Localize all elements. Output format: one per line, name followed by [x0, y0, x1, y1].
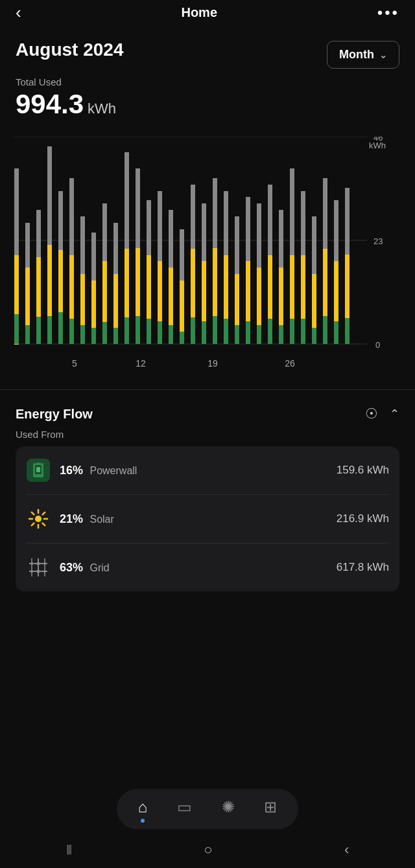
svg-text:5: 5: [72, 358, 77, 369]
solar-percentage: 21%: [60, 512, 83, 525]
powerwall-percentage: 16%: [60, 464, 83, 477]
svg-rect-76: [257, 325, 261, 344]
more-button[interactable]: •••: [377, 4, 399, 22]
svg-line-114: [32, 512, 34, 515]
svg-point-124: [37, 570, 40, 573]
svg-line-117: [32, 523, 34, 526]
nav-active-dot: [141, 819, 145, 823]
svg-rect-64: [213, 316, 217, 344]
svg-point-123: [37, 562, 40, 565]
svg-rect-58: [191, 317, 195, 344]
svg-point-109: [35, 516, 42, 522]
svg-rect-79: [268, 319, 272, 344]
svg-point-128: [43, 570, 46, 573]
svg-rect-52: [169, 325, 173, 344]
system-back-icon[interactable]: ‹: [344, 841, 349, 858]
solar-nav-icon: ✺: [222, 798, 235, 816]
powerwall-kwh: 159.6 kWh: [337, 464, 389, 477]
svg-rect-82: [279, 325, 283, 344]
page-title: Home: [181, 5, 217, 20]
eye-icon[interactable]: ☉: [365, 405, 378, 422]
svg-rect-31: [91, 328, 96, 344]
svg-rect-107: [36, 467, 40, 472]
svg-rect-25: [69, 319, 74, 344]
powerwall-row: 16% Powerwall 159.6 kWh: [26, 446, 389, 495]
grid-nav-icon: ⊞: [264, 798, 277, 816]
svg-rect-97: [334, 321, 338, 344]
solar-icon: [26, 507, 51, 531]
system-recents-icon[interactable]: ⦀: [66, 841, 72, 858]
total-value-row: 994.3 kWh: [16, 89, 399, 120]
svg-rect-100: [345, 318, 350, 344]
svg-rect-16: [36, 317, 41, 344]
grid-kwh: 617.8 kWh: [337, 561, 389, 574]
grid-icon: [26, 555, 51, 580]
nav-bar: ‹ Home •••: [0, 0, 415, 30]
used-from-label: Used From: [16, 429, 399, 440]
period-label: Month: [339, 48, 374, 62]
energy-flow-title: Energy Flow: [16, 407, 93, 422]
svg-rect-85: [290, 319, 294, 344]
nav-item-powerwall[interactable]: ▭: [177, 798, 192, 823]
svg-point-126: [43, 562, 46, 565]
solar-kwh: 216.9 kWh: [337, 512, 389, 525]
svg-text:12: 12: [136, 358, 146, 369]
total-unit: kWh: [88, 100, 116, 117]
back-button[interactable]: ‹: [16, 3, 21, 23]
powerwall-info: 16% Powerwall: [60, 464, 337, 477]
svg-rect-94: [323, 316, 327, 344]
svg-rect-49: [158, 321, 162, 344]
svg-rect-22: [58, 312, 63, 344]
chevron-up-icon[interactable]: ⌃: [390, 407, 399, 421]
home-icon: ⌂: [138, 798, 148, 816]
svg-text:19: 19: [208, 358, 218, 369]
svg-rect-34: [102, 322, 107, 344]
svg-rect-88: [301, 319, 305, 344]
powerwall-name: Powerwall: [89, 465, 137, 476]
total-section: Total Used 994.3 kWh: [0, 74, 415, 130]
nav-item-solar[interactable]: ✺: [222, 798, 235, 823]
solar-row: 21% Solar 216.9 kWh: [26, 495, 389, 543]
grid-name: Grid: [89, 562, 109, 573]
svg-rect-108: [37, 463, 40, 464]
period-dropdown[interactable]: Month ⌄: [327, 41, 399, 69]
ef-controls: ☉ ⌃: [365, 405, 399, 422]
total-value: 994.3: [16, 89, 84, 120]
system-home-icon[interactable]: ○: [204, 841, 212, 858]
energy-chart: 46 kWh 23 0: [14, 137, 396, 383]
svg-rect-13: [25, 325, 30, 344]
svg-rect-43: [136, 316, 140, 344]
svg-rect-61: [202, 321, 206, 344]
svg-rect-70: [235, 325, 239, 344]
solar-name: Solar: [89, 514, 113, 525]
svg-rect-73: [246, 321, 250, 344]
svg-rect-67: [224, 319, 228, 344]
solar-info: 21% Solar: [60, 512, 337, 526]
svg-text:kWh: kWh: [369, 141, 386, 150]
section-divider: [0, 389, 415, 390]
grid-percentage: 63%: [60, 561, 83, 574]
nav-item-home[interactable]: ⌂: [138, 798, 148, 823]
energy-flow-header: Energy Flow ☉ ⌃: [16, 405, 399, 422]
bottom-nav: ⌂ ▭ ✺ ⊞: [117, 789, 298, 829]
header-section: August 2024 Month ⌄: [0, 30, 415, 74]
svg-rect-37: [113, 328, 118, 344]
svg-rect-46: [147, 319, 151, 344]
grid-row: 63% Grid 617.8 kWh: [26, 543, 389, 591]
svg-rect-10: [14, 314, 19, 344]
svg-point-127: [30, 570, 33, 573]
nav-inactive-dot2: [226, 819, 230, 823]
svg-rect-28: [80, 325, 85, 344]
svg-line-115: [43, 523, 45, 526]
svg-point-125: [30, 562, 33, 565]
date-title: August 2024: [16, 40, 124, 60]
bottom-nav-wrap: ⌂ ▭ ✺ ⊞: [117, 789, 298, 829]
svg-rect-91: [312, 328, 316, 344]
powerwall-nav-icon: ▭: [177, 798, 192, 816]
chevron-down-icon: ⌄: [379, 50, 387, 60]
system-nav: ⦀ ○ ‹: [0, 832, 415, 868]
energy-flow-section: Energy Flow ☉ ⌃ Used From 16%: [0, 395, 415, 591]
svg-line-116: [43, 512, 45, 515]
svg-rect-55: [180, 332, 184, 344]
nav-item-grid[interactable]: ⊞: [264, 798, 277, 823]
